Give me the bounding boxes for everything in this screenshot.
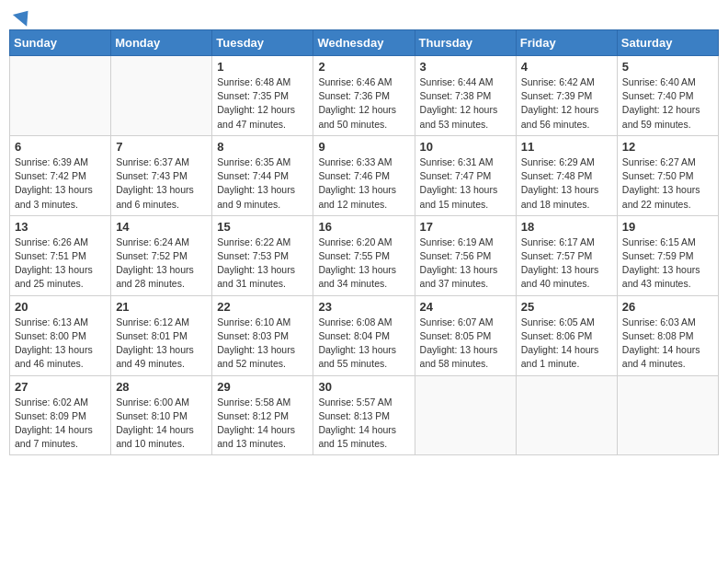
day-number: 3 <box>420 60 511 74</box>
weekday-header-wednesday: Wednesday <box>313 30 415 56</box>
calendar-cell: 21Sunrise: 6:12 AMSunset: 8:01 PMDayligh… <box>111 295 212 375</box>
day-info: Sunrise: 6:33 AMSunset: 7:46 PMDaylight:… <box>318 155 409 212</box>
weekday-header-tuesday: Tuesday <box>212 30 313 56</box>
day-number: 21 <box>116 300 207 314</box>
day-info: Sunrise: 5:57 AMSunset: 8:13 PMDaylight:… <box>318 396 409 452</box>
day-info: Sunrise: 6:26 AMSunset: 7:51 PMDaylight:… <box>15 236 106 292</box>
calendar-cell: 11Sunrise: 6:29 AMSunset: 7:48 PMDayligh… <box>516 135 617 215</box>
day-info: Sunrise: 6:37 AMSunset: 7:43 PMDaylight:… <box>116 155 207 212</box>
day-info: Sunrise: 6:00 AMSunset: 8:10 PMDaylight:… <box>116 396 207 452</box>
calendar-cell: 16Sunrise: 6:20 AMSunset: 7:55 PMDayligh… <box>313 215 415 295</box>
day-number: 26 <box>622 300 713 314</box>
calendar-cell: 28Sunrise: 6:00 AMSunset: 8:10 PMDayligh… <box>111 375 212 455</box>
logo <box>13 9 33 22</box>
calendar-cell <box>516 375 617 455</box>
calendar-cell: 25Sunrise: 6:05 AMSunset: 8:06 PMDayligh… <box>516 295 617 375</box>
weekday-header-sunday: Sunday <box>10 30 111 56</box>
day-info: Sunrise: 6:42 AMSunset: 7:39 PMDaylight:… <box>521 75 612 132</box>
day-number: 14 <box>116 220 207 234</box>
day-info: Sunrise: 6:35 AMSunset: 7:44 PMDaylight:… <box>217 155 308 212</box>
calendar-cell: 7Sunrise: 6:37 AMSunset: 7:43 PMDaylight… <box>111 135 212 215</box>
day-info: Sunrise: 6:17 AMSunset: 7:57 PMDaylight:… <box>521 236 612 292</box>
day-number: 8 <box>217 140 308 154</box>
logo-triangle-icon <box>13 5 35 27</box>
day-number: 7 <box>116 140 207 154</box>
day-number: 18 <box>521 220 612 234</box>
day-number: 6 <box>15 140 106 154</box>
day-info: Sunrise: 6:27 AMSunset: 7:50 PMDaylight:… <box>622 155 713 212</box>
day-number: 15 <box>217 220 308 234</box>
weekday-header-thursday: Thursday <box>415 30 516 56</box>
calendar-cell: 5Sunrise: 6:40 AMSunset: 7:40 PMDaylight… <box>617 56 718 136</box>
day-number: 13 <box>15 220 106 234</box>
day-number: 22 <box>217 300 308 314</box>
calendar-cell: 17Sunrise: 6:19 AMSunset: 7:56 PMDayligh… <box>415 215 516 295</box>
day-number: 5 <box>622 60 713 74</box>
weekday-header-row: SundayMondayTuesdayWednesdayThursdayFrid… <box>10 30 719 56</box>
day-number: 10 <box>420 140 511 154</box>
weekday-header-friday: Friday <box>516 30 617 56</box>
day-number: 1 <box>217 60 308 74</box>
day-info: Sunrise: 6:03 AMSunset: 8:08 PMDaylight:… <box>622 316 713 372</box>
calendar-cell <box>111 56 212 136</box>
day-info: Sunrise: 5:58 AMSunset: 8:12 PMDaylight:… <box>217 396 308 452</box>
day-number: 25 <box>521 300 612 314</box>
calendar-cell: 4Sunrise: 6:42 AMSunset: 7:39 PMDaylight… <box>516 56 617 136</box>
calendar-cell: 23Sunrise: 6:08 AMSunset: 8:04 PMDayligh… <box>313 295 415 375</box>
calendar-cell: 9Sunrise: 6:33 AMSunset: 7:46 PMDaylight… <box>313 135 415 215</box>
weekday-header-saturday: Saturday <box>617 30 718 56</box>
day-number: 30 <box>318 380 409 394</box>
day-number: 11 <box>521 140 612 154</box>
day-info: Sunrise: 6:10 AMSunset: 8:03 PMDaylight:… <box>217 316 308 372</box>
calendar-cell: 10Sunrise: 6:31 AMSunset: 7:47 PMDayligh… <box>415 135 516 215</box>
calendar-cell: 1Sunrise: 6:48 AMSunset: 7:35 PMDaylight… <box>212 56 313 136</box>
calendar-cell: 29Sunrise: 5:58 AMSunset: 8:12 PMDayligh… <box>212 375 313 455</box>
day-info: Sunrise: 6:39 AMSunset: 7:42 PMDaylight:… <box>15 155 106 212</box>
day-number: 4 <box>521 60 612 74</box>
day-info: Sunrise: 6:19 AMSunset: 7:56 PMDaylight:… <box>420 236 511 292</box>
day-number: 28 <box>116 380 207 394</box>
calendar-cell: 27Sunrise: 6:02 AMSunset: 8:09 PMDayligh… <box>10 375 111 455</box>
calendar-cell: 24Sunrise: 6:07 AMSunset: 8:05 PMDayligh… <box>415 295 516 375</box>
day-number: 23 <box>318 300 409 314</box>
calendar-week-row-1: 1Sunrise: 6:48 AMSunset: 7:35 PMDaylight… <box>10 56 719 136</box>
day-info: Sunrise: 6:20 AMSunset: 7:55 PMDaylight:… <box>318 236 409 292</box>
day-number: 27 <box>15 380 106 394</box>
day-info: Sunrise: 6:07 AMSunset: 8:05 PMDaylight:… <box>420 316 511 372</box>
calendar-cell: 30Sunrise: 5:57 AMSunset: 8:13 PMDayligh… <box>313 375 415 455</box>
day-info: Sunrise: 6:12 AMSunset: 8:01 PMDaylight:… <box>116 316 207 372</box>
calendar-cell: 14Sunrise: 6:24 AMSunset: 7:52 PMDayligh… <box>111 215 212 295</box>
day-info: Sunrise: 6:48 AMSunset: 7:35 PMDaylight:… <box>217 75 308 132</box>
day-info: Sunrise: 6:13 AMSunset: 8:00 PMDaylight:… <box>15 316 106 372</box>
calendar-cell: 20Sunrise: 6:13 AMSunset: 8:00 PMDayligh… <box>10 295 111 375</box>
calendar-cell: 12Sunrise: 6:27 AMSunset: 7:50 PMDayligh… <box>617 135 718 215</box>
calendar-cell: 26Sunrise: 6:03 AMSunset: 8:08 PMDayligh… <box>617 295 718 375</box>
calendar-cell <box>10 56 111 136</box>
calendar-cell: 2Sunrise: 6:46 AMSunset: 7:36 PMDaylight… <box>313 56 415 136</box>
day-number: 24 <box>420 300 511 314</box>
day-info: Sunrise: 6:15 AMSunset: 7:59 PMDaylight:… <box>622 236 713 292</box>
day-info: Sunrise: 6:29 AMSunset: 7:48 PMDaylight:… <box>521 155 612 212</box>
calendar-week-row-4: 20Sunrise: 6:13 AMSunset: 8:00 PMDayligh… <box>10 295 719 375</box>
day-info: Sunrise: 6:22 AMSunset: 7:53 PMDaylight:… <box>217 236 308 292</box>
calendar-cell: 8Sunrise: 6:35 AMSunset: 7:44 PMDaylight… <box>212 135 313 215</box>
calendar-week-row-3: 13Sunrise: 6:26 AMSunset: 7:51 PMDayligh… <box>10 215 719 295</box>
calendar-table: SundayMondayTuesdayWednesdayThursdayFrid… <box>9 29 719 455</box>
calendar-week-row-5: 27Sunrise: 6:02 AMSunset: 8:09 PMDayligh… <box>10 375 719 455</box>
page-header <box>9 9 719 22</box>
calendar-cell: 19Sunrise: 6:15 AMSunset: 7:59 PMDayligh… <box>617 215 718 295</box>
day-number: 20 <box>15 300 106 314</box>
calendar-week-row-2: 6Sunrise: 6:39 AMSunset: 7:42 PMDaylight… <box>10 135 719 215</box>
day-info: Sunrise: 6:08 AMSunset: 8:04 PMDaylight:… <box>318 316 409 372</box>
calendar-cell <box>415 375 516 455</box>
day-info: Sunrise: 6:24 AMSunset: 7:52 PMDaylight:… <box>116 236 207 292</box>
day-info: Sunrise: 6:02 AMSunset: 8:09 PMDaylight:… <box>15 396 106 452</box>
day-info: Sunrise: 6:44 AMSunset: 7:38 PMDaylight:… <box>420 75 511 132</box>
day-info: Sunrise: 6:05 AMSunset: 8:06 PMDaylight:… <box>521 316 612 372</box>
calendar-cell: 13Sunrise: 6:26 AMSunset: 7:51 PMDayligh… <box>10 215 111 295</box>
calendar-cell: 15Sunrise: 6:22 AMSunset: 7:53 PMDayligh… <box>212 215 313 295</box>
calendar-cell: 6Sunrise: 6:39 AMSunset: 7:42 PMDaylight… <box>10 135 111 215</box>
calendar-cell: 18Sunrise: 6:17 AMSunset: 7:57 PMDayligh… <box>516 215 617 295</box>
day-number: 2 <box>318 60 409 74</box>
day-info: Sunrise: 6:40 AMSunset: 7:40 PMDaylight:… <box>622 75 713 132</box>
